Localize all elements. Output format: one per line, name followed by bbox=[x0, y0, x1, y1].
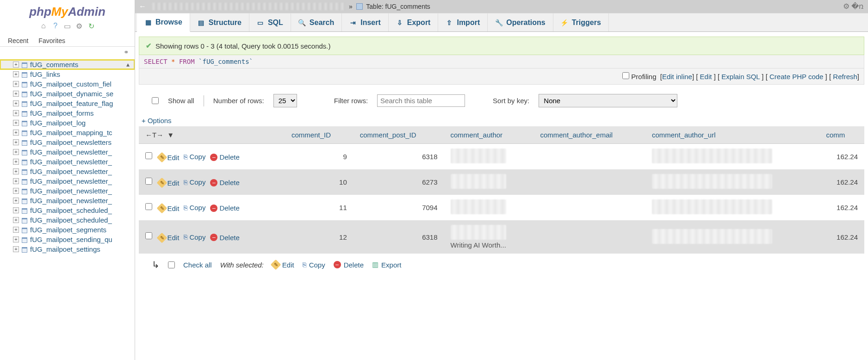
expand-icon[interactable]: + bbox=[13, 227, 19, 233]
tab-triggers[interactable]: ⚡Triggers bbox=[553, 13, 609, 31]
sidebar-item-7[interactable]: +fUG_mailpoet_mapping_tc bbox=[0, 128, 135, 137]
row-checkbox[interactable] bbox=[145, 203, 152, 210]
create-php-link[interactable]: Create PHP code bbox=[769, 73, 823, 81]
collapse-icon[interactable]: ← bbox=[139, 2, 146, 11]
edit-button[interactable]: ✎Edit bbox=[158, 205, 180, 212]
col-comment-id[interactable]: comment_ID bbox=[285, 126, 353, 144]
breadcrumb[interactable]: » Table: fUG_comments bbox=[349, 3, 430, 10]
edit-button[interactable]: ✎Edit bbox=[158, 154, 180, 161]
delete-button[interactable]: –Delete bbox=[210, 204, 239, 212]
expand-icon[interactable]: + bbox=[13, 149, 19, 155]
col-comment-author-email[interactable]: comment_author_email bbox=[533, 126, 645, 144]
tab-favorites[interactable]: Favorites bbox=[33, 35, 70, 46]
refresh-link[interactable]: Refresh bbox=[833, 73, 857, 81]
check-all-checkbox[interactable] bbox=[168, 261, 175, 268]
link-icon[interactable]: ⚭ bbox=[0, 47, 135, 58]
edit-inline-link[interactable]: Edit inline bbox=[662, 73, 692, 81]
help-icon[interactable]: ? bbox=[51, 22, 60, 30]
copy-button[interactable]: ⎘Copy bbox=[184, 178, 205, 186]
expand-icon[interactable]: + bbox=[13, 168, 19, 174]
sidebar-item-12[interactable]: +fUG_mailpoet_newsletter_ bbox=[0, 176, 135, 186]
delete-button[interactable]: –Delete bbox=[210, 234, 239, 242]
sidebar-item-6[interactable]: +fUG_mailpoet_log bbox=[0, 118, 135, 128]
show-all-checkbox[interactable] bbox=[152, 97, 159, 104]
scroll-up-icon[interactable]: ▴ bbox=[126, 61, 133, 68]
edit-button[interactable]: ✎Edit bbox=[158, 234, 180, 242]
sidebar-item-18[interactable]: +fUG_mailpoet_sending_qu bbox=[0, 235, 135, 244]
expand-icon[interactable]: + bbox=[13, 139, 19, 145]
tab-recent[interactable]: Recent bbox=[3, 35, 33, 46]
sidebar-item-9[interactable]: +fUG_mailpoet_newsletter_ bbox=[0, 147, 135, 157]
tab-sql[interactable]: ▭SQL bbox=[249, 13, 291, 31]
bulk-edit[interactable]: ✎Edit bbox=[272, 261, 294, 269]
copy-button[interactable]: ⎘Copy bbox=[184, 204, 205, 211]
sidebar-item-1[interactable]: +fUG_links bbox=[0, 69, 135, 79]
col-comment-post-id[interactable]: comment_post_ID bbox=[353, 126, 444, 144]
home-icon[interactable]: ⌂ bbox=[39, 22, 48, 30]
expand-icon[interactable]: + bbox=[13, 81, 19, 87]
delete-button[interactable]: –Delete bbox=[210, 179, 239, 186]
tab-import[interactable]: ⇧Import bbox=[438, 13, 488, 31]
tab-insert[interactable]: ⇥Insert bbox=[342, 13, 389, 31]
edit-button[interactable]: ✎Edit bbox=[158, 179, 180, 187]
expand-icon[interactable]: + bbox=[13, 130, 19, 136]
refresh-icon[interactable]: ↻ bbox=[87, 22, 95, 30]
col-comm[interactable]: comm bbox=[819, 126, 864, 144]
logo[interactable]: phpMyAdmin bbox=[0, 0, 135, 21]
sidebar-item-4[interactable]: +fUG_mailpoet_feature_flag bbox=[0, 99, 135, 108]
delete-button[interactable]: –Delete bbox=[210, 153, 239, 161]
expand-icon[interactable]: + bbox=[13, 246, 19, 252]
copy-button[interactable]: ⎘Copy bbox=[184, 153, 205, 161]
expand-icon[interactable]: + bbox=[13, 120, 19, 126]
expand-icon[interactable]: + bbox=[13, 71, 19, 77]
check-all-link[interactable]: Check all bbox=[183, 261, 212, 269]
tab-browse[interactable]: ▦Browse bbox=[137, 13, 190, 32]
sidebar-item-0[interactable]: +fUG_comments bbox=[0, 60, 135, 69]
expand-icon[interactable]: + bbox=[13, 198, 19, 204]
expand-icon[interactable]: + bbox=[13, 207, 19, 213]
gear-icon[interactable]: ⚙ bbox=[75, 22, 83, 30]
bulk-copy[interactable]: ⎘Copy bbox=[303, 261, 325, 269]
search-input[interactable] bbox=[377, 94, 465, 107]
col-comment-author-url[interactable]: comment_author_url bbox=[645, 126, 819, 144]
profiling-checkbox[interactable] bbox=[622, 72, 629, 79]
expand-icon[interactable]: + bbox=[13, 188, 19, 194]
tab-export[interactable]: ⇩Export bbox=[389, 13, 439, 31]
sidebar-item-11[interactable]: +fUG_mailpoet_newsletter_ bbox=[0, 167, 135, 176]
col-comment-author[interactable]: comment_author bbox=[444, 126, 534, 144]
sidebar-item-14[interactable]: +fUG_mailpoet_newsletter_ bbox=[0, 196, 135, 205]
sidebar-item-19[interactable]: +fUG_mailpoet_settings bbox=[0, 244, 135, 254]
sidebar-item-8[interactable]: +fUG_mailpoet_newsletters bbox=[0, 137, 135, 147]
bulk-export[interactable]: ▥Export bbox=[372, 261, 401, 269]
tab-operations[interactable]: 🔧Operations bbox=[488, 13, 553, 31]
copy-button[interactable]: ⎘Copy bbox=[184, 233, 205, 241]
row-checkbox[interactable] bbox=[145, 232, 152, 239]
sidebar-item-5[interactable]: +fUG_mailpoet_forms bbox=[0, 108, 135, 118]
sidebar-item-15[interactable]: +fUG_mailpoet_scheduled_ bbox=[0, 205, 135, 215]
expand-icon[interactable]: + bbox=[13, 236, 19, 242]
sidebar-item-17[interactable]: +fUG_mailpoet_segments bbox=[0, 225, 135, 235]
page-settings-icon[interactable]: ⚙ �ռ bbox=[843, 2, 863, 11]
numrows-select[interactable]: 25 bbox=[273, 94, 297, 107]
row-checkbox[interactable] bbox=[145, 178, 152, 185]
bulk-delete[interactable]: –Delete bbox=[334, 261, 364, 269]
expand-icon[interactable]: + bbox=[13, 217, 19, 223]
expand-icon[interactable]: + bbox=[13, 159, 19, 165]
explain-link[interactable]: Explain SQL bbox=[721, 73, 760, 81]
tab-structure[interactable]: ▤Structure bbox=[190, 13, 249, 31]
sort-select[interactable]: None bbox=[539, 94, 677, 107]
expand-icon[interactable]: + bbox=[13, 91, 19, 97]
expand-icon[interactable]: + bbox=[13, 62, 19, 68]
expand-icon[interactable]: + bbox=[13, 110, 19, 116]
sidebar-item-3[interactable]: +fUG_mailpoet_dynamic_se bbox=[0, 89, 135, 99]
expand-icon[interactable]: + bbox=[13, 178, 19, 184]
sidebar-item-16[interactable]: +fUG_mailpoet_scheduled_ bbox=[0, 215, 135, 225]
sidebar-item-2[interactable]: +fUG_mailpoet_custom_fiel bbox=[0, 79, 135, 89]
chevron-down-icon[interactable]: ▼ bbox=[167, 131, 174, 139]
row-checkbox[interactable] bbox=[145, 152, 152, 159]
sidebar-item-13[interactable]: +fUG_mailpoet_newsletter_ bbox=[0, 186, 135, 196]
options-link[interactable]: + Options bbox=[139, 117, 864, 126]
sql-icon[interactable]: ▭ bbox=[63, 22, 72, 30]
edit-link[interactable]: Edit bbox=[700, 73, 712, 81]
sidebar-item-10[interactable]: +fUG_mailpoet_newsletter_ bbox=[0, 157, 135, 167]
